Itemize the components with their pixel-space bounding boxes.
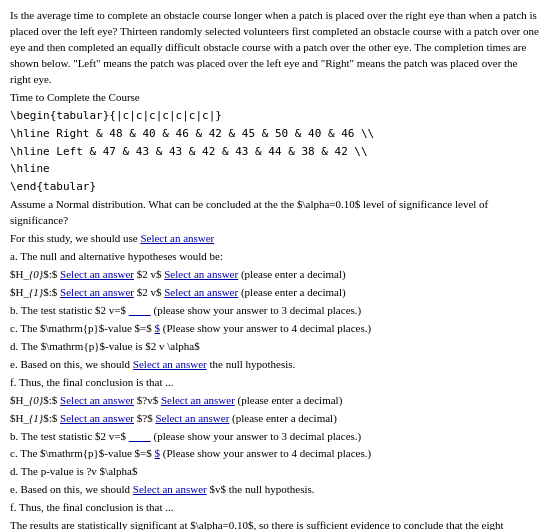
select-h1-1[interactable]: Select an answer	[60, 286, 134, 298]
select-h0-1[interactable]: Select an answer	[60, 268, 134, 280]
study-select: For this study, we should use Select an …	[10, 231, 540, 247]
select-h0-2[interactable]: Select an answer	[60, 394, 134, 406]
select-h1-val-1[interactable]: Select an answer	[164, 286, 238, 298]
h1-row-1: $H_{1}$:$ Select an answer $2 v$ Select …	[10, 285, 540, 301]
h1-row-2: $H_{1}$:$ Select an answer $?$ Select an…	[10, 411, 540, 427]
select-h1-val-2[interactable]: Select an answer	[155, 412, 229, 424]
intro-text: Is the average time to complete an obsta…	[10, 8, 540, 88]
select-h0-val-1[interactable]: Select an answer	[164, 268, 238, 280]
table-hline: \hline	[10, 161, 540, 177]
test-stat-input-2[interactable]	[129, 430, 151, 442]
p-value-d2: d. The p-value is ?v $\alpha$	[10, 464, 540, 480]
test-stat-b: b. The test statistic $2 v=$ (please sho…	[10, 303, 540, 319]
select-answer-1[interactable]: Select an answer	[140, 232, 214, 244]
table-row-right: \hline Right & 48 & 40 & 46 & 42 & 45 & …	[10, 126, 540, 142]
null-hyp-e2: e. Based on this, we should Select an an…	[10, 482, 540, 498]
conclusion-f: f. Thus, the final conclusion is that ..…	[10, 375, 540, 391]
h0-row-1: $H_{0}$:$ Select an answer $2 v$ Select …	[10, 267, 540, 283]
conclusion-f2: f. Thus, the final conclusion is that ..…	[10, 500, 540, 516]
main-content: Is the average time to complete an obsta…	[10, 8, 540, 530]
question-intro: Assume a Normal distribution. What can b…	[10, 197, 540, 229]
table-code-end: \end{tabular}	[10, 179, 540, 195]
conclusion-option-1: The results are statistically significan…	[10, 518, 540, 530]
table-row-left: \hline Left & 47 & 43 & 43 & 42 & 43 & 4…	[10, 144, 540, 160]
p-value-d: d. The $\mathrm{p}$-value is $2 v \alpha…	[10, 339, 540, 355]
table-title: Time to Complete the Course	[10, 90, 540, 106]
null-hyp-e: e. Based on this, we should Select an an…	[10, 357, 540, 373]
select-null-2[interactable]: Select an answer	[133, 483, 207, 495]
p-value-c2: c. The $\mathrm{p}$-value $=$ $ (Please …	[10, 446, 540, 462]
select-h1-2[interactable]: Select an answer	[60, 412, 134, 424]
table-code-begin: \begin{tabular}{|c|c|c|c|c|c|c|}	[10, 108, 540, 124]
p-value-input-1[interactable]: $	[155, 322, 161, 334]
select-h0-val-2[interactable]: Select an answer	[161, 394, 235, 406]
test-stat-input-1[interactable]	[129, 304, 151, 316]
h0-row-2: $H_{0}$:$ Select an answer $?v$ Select a…	[10, 393, 540, 409]
select-null-1[interactable]: Select an answer	[133, 358, 207, 370]
null-alt-label: a. The null and alternative hypotheses w…	[10, 249, 540, 265]
p-value-c: c. The $\mathrm{p}$-value $=$ $ (Please …	[10, 321, 540, 337]
test-stat-b2: b. The test statistic $2 v=$ (please sho…	[10, 429, 540, 445]
data-table: \begin{tabular}{|c|c|c|c|c|c|c|} \hline …	[10, 108, 540, 196]
p-value-input-2[interactable]: $	[155, 447, 161, 459]
